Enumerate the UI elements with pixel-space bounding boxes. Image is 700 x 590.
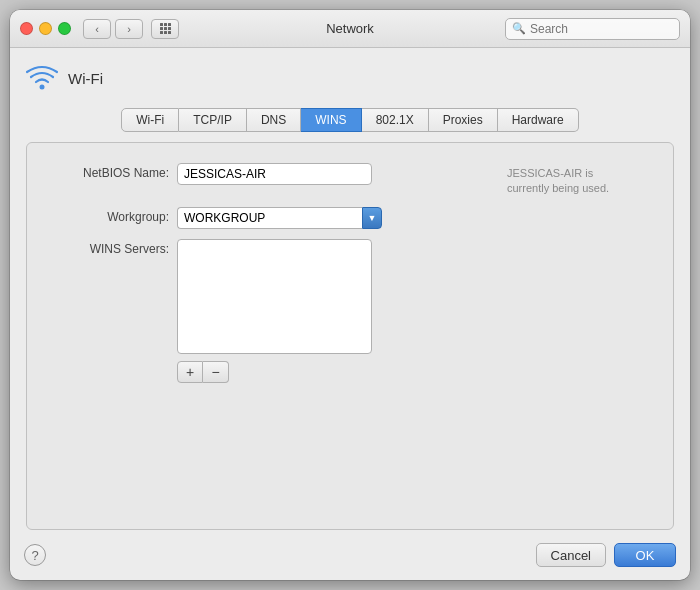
cancel-button[interactable]: Cancel (536, 543, 606, 567)
netbios-label: NetBIOS Name: (37, 163, 177, 180)
footer-buttons: Cancel OK (536, 543, 676, 567)
ok-button[interactable]: OK (614, 543, 676, 567)
tab-wins[interactable]: WINS (301, 108, 361, 132)
form-area: NetBIOS Name: JESSICAS-AIR is currently … (37, 163, 617, 383)
workgroup-dropdown-btn[interactable]: ▼ (362, 207, 382, 229)
tab-tcpip[interactable]: TCP/IP (179, 108, 247, 132)
nav-buttons: ‹ › (83, 19, 143, 39)
tab-hardware[interactable]: Hardware (498, 108, 579, 132)
wins-label: WINS Servers: (37, 239, 177, 256)
forward-button[interactable]: › (115, 19, 143, 39)
window: ‹ › Network 🔍 (10, 10, 690, 580)
window-title: Network (326, 21, 374, 36)
tabs-bar: Wi-Fi TCP/IP DNS WINS 802.1X Proxies Har… (26, 108, 674, 132)
settings-panel: NetBIOS Name: JESSICAS-AIR is currently … (26, 142, 674, 530)
wifi-header: Wi-Fi (26, 62, 674, 94)
tab-8021x[interactable]: 802.1X (362, 108, 429, 132)
wifi-icon (26, 62, 58, 94)
search-input[interactable] (530, 22, 673, 36)
wins-textarea[interactable] (177, 239, 372, 354)
netbios-hint: JESSICAS-AIR is currently being used. (507, 163, 617, 197)
remove-wins-button[interactable]: − (203, 361, 229, 383)
netbios-row: NetBIOS Name: JESSICAS-AIR is currently … (37, 163, 617, 197)
traffic-lights (20, 22, 71, 35)
wins-control: + − (177, 239, 617, 383)
add-wins-button[interactable]: + (177, 361, 203, 383)
netbios-control (177, 163, 495, 185)
workgroup-control: WORKGROUP ▼ (177, 207, 617, 229)
minimize-button[interactable] (39, 22, 52, 35)
content-area: Wi-Fi Wi-Fi TCP/IP DNS WINS 802.1X Proxi… (10, 48, 690, 530)
plus-minus-controls: + − (177, 361, 617, 383)
titlebar: ‹ › Network 🔍 (10, 10, 690, 48)
tab-wifi[interactable]: Wi-Fi (121, 108, 179, 132)
close-button[interactable] (20, 22, 33, 35)
netbios-input[interactable] (177, 163, 372, 185)
maximize-button[interactable] (58, 22, 71, 35)
search-bar[interactable]: 🔍 (505, 18, 680, 40)
back-button[interactable]: ‹ (83, 19, 111, 39)
workgroup-label: Workgroup: (37, 207, 177, 224)
tab-dns[interactable]: DNS (247, 108, 301, 132)
search-icon: 🔍 (512, 22, 526, 35)
footer: ? Cancel OK (10, 530, 690, 580)
wins-row: WINS Servers: + − (37, 239, 617, 383)
grid-icon (160, 23, 171, 34)
workgroup-select[interactable]: WORKGROUP (177, 207, 362, 229)
wifi-label-text: Wi-Fi (68, 70, 103, 87)
help-button[interactable]: ? (24, 544, 46, 566)
workgroup-row: Workgroup: WORKGROUP ▼ (37, 207, 617, 229)
svg-point-0 (40, 85, 45, 90)
grid-button[interactable] (151, 19, 179, 39)
tab-proxies[interactable]: Proxies (429, 108, 498, 132)
